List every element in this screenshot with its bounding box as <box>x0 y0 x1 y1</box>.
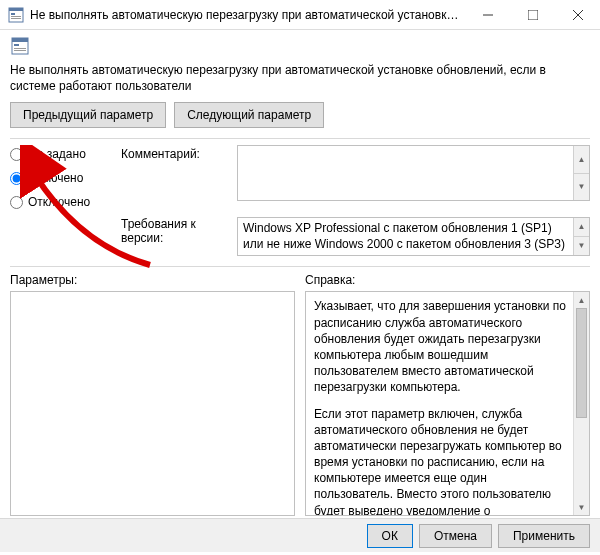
radio-not-configured[interactable]: Не задано <box>10 147 115 161</box>
scroll-down-icon[interactable]: ▼ <box>574 499 589 515</box>
help-content: Указывает, что для завершения установки … <box>306 292 589 515</box>
policy-description: Не выполнять автоматическую перезагрузку… <box>0 61 600 102</box>
scroll-down-icon[interactable]: ▼ <box>573 236 589 255</box>
window-controls <box>465 0 600 30</box>
footer: ОК Отмена Применить <box>0 518 600 552</box>
ok-button[interactable]: ОК <box>367 524 413 548</box>
help-panel: Указывает, что для завершения установки … <box>305 291 590 516</box>
radio-group: Не задано Включено Отключено <box>10 145 115 209</box>
requirements-scroll: ▲ ▼ <box>573 218 589 255</box>
close-icon <box>573 10 583 20</box>
comment-box[interactable]: ▲ ▼ <box>237 145 590 201</box>
scroll-up-icon[interactable]: ▲ <box>573 146 589 173</box>
app-icon <box>8 7 24 23</box>
svg-rect-1 <box>9 8 23 11</box>
nav-buttons: Предыдущий параметр Следующий параметр <box>0 102 600 132</box>
radio-enabled[interactable]: Включено <box>10 171 115 185</box>
settings-grid: Не задано Включено Отключено Комментарий… <box>0 145 600 209</box>
help-paragraph: Если этот параметр включен, служба автом… <box>314 406 569 516</box>
options-label: Параметры: <box>10 273 295 287</box>
next-setting-button[interactable]: Следующий параметр <box>174 102 324 128</box>
policy-icon <box>10 36 30 56</box>
scroll-track[interactable] <box>574 308 589 499</box>
maximize-button[interactable] <box>510 0 555 30</box>
scroll-down-icon[interactable]: ▼ <box>573 173 589 201</box>
divider <box>10 266 590 267</box>
svg-rect-10 <box>12 38 28 42</box>
maximize-icon <box>528 10 538 20</box>
minimize-button[interactable] <box>465 0 510 30</box>
svg-rect-6 <box>528 10 538 20</box>
svg-rect-2 <box>11 13 15 15</box>
comment-label: Комментарий: <box>121 145 231 161</box>
radio-disabled-label: Отключено <box>28 195 90 209</box>
apply-button[interactable]: Применить <box>498 524 590 548</box>
radio-enabled-label: Включено <box>28 171 83 185</box>
svg-rect-12 <box>14 48 26 49</box>
window-title: Не выполнять автоматическую перезагрузку… <box>30 8 465 22</box>
help-scrollbar[interactable]: ▲ ▼ <box>573 292 589 515</box>
divider <box>10 138 590 139</box>
minimize-icon <box>483 10 493 20</box>
titlebar: Не выполнять автоматическую перезагрузку… <box>0 0 600 30</box>
scroll-thumb[interactable] <box>576 308 587 418</box>
svg-rect-13 <box>14 50 26 51</box>
svg-rect-11 <box>14 44 19 46</box>
bottom-labels: Параметры: Справка: <box>0 273 600 287</box>
panels-row: Указывает, что для завершения установки … <box>0 287 600 516</box>
help-label: Справка: <box>305 273 590 287</box>
help-paragraph: Указывает, что для завершения установки … <box>314 298 569 395</box>
radio-disabled[interactable]: Отключено <box>10 195 115 209</box>
radio-not-configured-label: Не задано <box>28 147 86 161</box>
radio-disabled-input[interactable] <box>10 196 23 209</box>
header-icon-row <box>0 30 600 61</box>
comment-scroll: ▲ ▼ <box>573 146 589 200</box>
requirements-text: Windows XP Professional с пакетом обновл… <box>243 221 565 251</box>
radio-enabled-input[interactable] <box>10 172 23 185</box>
svg-rect-4 <box>11 18 21 19</box>
scroll-up-icon[interactable]: ▲ <box>574 292 589 308</box>
svg-rect-3 <box>11 16 21 17</box>
requirements-box: Windows XP Professional с пакетом обновл… <box>237 217 590 256</box>
options-panel <box>10 291 295 516</box>
radio-not-configured-input[interactable] <box>10 148 23 161</box>
scroll-up-icon[interactable]: ▲ <box>573 218 589 236</box>
previous-setting-button[interactable]: Предыдущий параметр <box>10 102 166 128</box>
requirements-label: Требования к версии: <box>121 217 231 245</box>
requirements-row: Требования к версии: Windows XP Professi… <box>0 209 600 260</box>
cancel-button[interactable]: Отмена <box>419 524 492 548</box>
close-button[interactable] <box>555 0 600 30</box>
